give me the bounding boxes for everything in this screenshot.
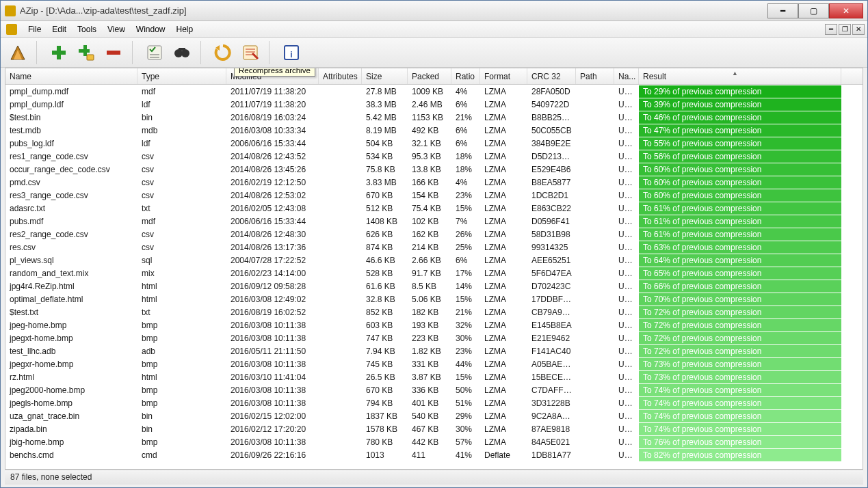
table-row[interactable]: pubs_log.ldfldf2006/06/16 15:33:44504 KB… [5, 137, 863, 150]
table-row[interactable]: jpegxr-home.bmpbmp2016/03/08 10:11:38745… [5, 357, 863, 370]
column-header-packed[interactable]: Packed [408, 68, 451, 84]
table-row[interactable]: jpegxt-home.bmpbmp2016/03/08 10:11:38747… [5, 331, 863, 344]
table-body[interactable]: pmpl_dump.mdfmdf2011/07/19 11:38:2027.8 … [5, 85, 863, 469]
titlebar[interactable]: AZip - [D:\Ada...\zip-ada\test\test_zadf… [1, 1, 867, 21]
table-row[interactable]: occur_range_dec_code.csvcsv2014/08/26 13… [5, 163, 863, 176]
cell-packed: 1009 KB [408, 85, 451, 98]
cell-result: To 46% of previous compression [639, 111, 841, 124]
table-row[interactable]: pmpl_dump.mdfmdf2011/07/19 11:38:2027.8 … [5, 85, 863, 98]
cell-packed: 102 KB [408, 215, 451, 228]
cell-result: To 72% of previous compression [639, 332, 841, 344]
add-folder-button[interactable] [75, 41, 98, 64]
menu-view[interactable]: View [102, 23, 131, 36]
cell-mod: 2016/02/19 12:12:50 [226, 176, 319, 189]
cell-packed: 2.66 KB [408, 254, 451, 267]
column-header-na[interactable]: Na... [614, 68, 639, 84]
about-button[interactable]: i [280, 41, 303, 64]
table-row[interactable]: test.mdbmdb2016/03/08 10:33:348.19 MB492… [5, 124, 863, 137]
table-row[interactable]: jpeg-home.bmpbmp2016/03/08 10:11:38603 K… [5, 318, 863, 331]
cell-ratio: 15% [451, 202, 480, 215]
test-button[interactable] [143, 41, 166, 64]
add-files-button[interactable] [47, 41, 70, 64]
properties-button[interactable] [239, 41, 262, 64]
recompress-button[interactable] [211, 41, 235, 64]
cell-crc: AEE65251 [527, 254, 576, 267]
table-row[interactable]: adasrc.txttxt2016/02/05 12:43:08512 KB75… [5, 202, 863, 215]
mdi-minimize-button[interactable]: ━ [825, 24, 837, 35]
cell-mod: 2016/08/19 16:03:24 [226, 111, 319, 124]
cell-result: To 60% of previous compression [639, 163, 841, 176]
cell-na: UT... [614, 384, 639, 396]
cell-packed: 331 KB [408, 358, 451, 370]
extract-button[interactable] [6, 41, 29, 64]
cell-path [576, 363, 614, 366]
cell-name: pmd.csv [5, 176, 137, 189]
column-header-result[interactable]: Result▲ [639, 68, 841, 84]
table-row[interactable]: jbig-home.bmpbmp2016/03/08 10:11:38780 K… [5, 435, 863, 448]
table-row[interactable]: rz.htmlhtml2016/03/10 11:41:0426.5 KB3.8… [5, 370, 863, 383]
cell-result: To 65% of previous compression [639, 267, 841, 280]
column-header-crc[interactable]: CRC 32 [527, 68, 576, 84]
table-row[interactable]: random_and_text.mixmix2016/02/23 14:14:0… [5, 267, 863, 280]
cell-path [576, 168, 614, 171]
cell-fmt: LZMA [480, 267, 527, 280]
cell-attr [319, 246, 362, 249]
table-row[interactable]: jpeg2000-home.bmpbmp2016/03/08 10:11:386… [5, 383, 863, 396]
cell-crc: 1DB81A77 [527, 449, 576, 461]
table-row[interactable]: pl_views.sqlsql2004/07/28 17:22:5246.6 K… [5, 254, 863, 267]
table-row[interactable]: res1_range_code.csvcsv2014/08/26 12:43:5… [5, 150, 863, 163]
table-row[interactable]: res3_range_code.csvcsv2014/08/26 12:53:0… [5, 189, 863, 202]
cell-size: 3.83 MB [362, 176, 408, 189]
find-button[interactable] [170, 41, 194, 64]
plus-folder-icon [77, 44, 95, 62]
cell-path [576, 285, 614, 288]
table-row[interactable]: $test.txttxt2016/08/19 16:02:52852 KB182… [5, 306, 863, 318]
table-row[interactable]: jpegls-home.bmpbmp2016/03/08 10:11:38794… [5, 396, 863, 409]
menu-window[interactable]: Window [131, 23, 171, 36]
table-row[interactable]: $test.binbin2016/08/19 16:03:245.42 MB11… [5, 111, 863, 124]
table-row[interactable]: res2_range_code.csvcsv2014/08/26 12:48:3… [5, 228, 863, 241]
menu-help[interactable]: Help [171, 23, 199, 36]
minimize-button[interactable]: ━ [767, 3, 798, 18]
table-row[interactable]: optimal_deflate.htmlhtml2016/03/08 12:49… [5, 293, 863, 306]
cell-fmt: LZMA [480, 293, 527, 306]
table-row[interactable]: pubs.mdfmdf2006/06/16 15:33:441408 KB102… [5, 215, 863, 228]
table-row[interactable]: pmpl_dump.ldfldf2011/07/19 11:38:2038.3 … [5, 98, 863, 111]
menu-file[interactable]: File [23, 23, 47, 36]
menu-tools[interactable]: Tools [72, 23, 102, 36]
cell-packed: 32.1 KB [408, 137, 451, 150]
column-header-name[interactable]: Name [5, 68, 137, 84]
table-row[interactable]: test_llhc.adbadb2016/05/11 21:11:507.94 … [5, 344, 863, 357]
table-row[interactable]: zipada.binbin2016/02/12 17:20:201578 KB4… [5, 422, 863, 435]
cell-path [576, 181, 614, 184]
maximize-button[interactable]: ▢ [798, 3, 829, 18]
column-header-size[interactable]: Size [362, 68, 408, 84]
cell-packed: 442 KB [408, 436, 451, 448]
column-header-format[interactable]: Format [480, 68, 527, 84]
menu-edit[interactable]: Edit [47, 23, 72, 36]
table-row[interactable]: res.csvcsv2014/08/26 13:17:36874 KB214 K… [5, 241, 863, 254]
cell-mod: 2016/03/08 10:11:38 [226, 358, 319, 370]
column-header-type[interactable]: Type [137, 68, 226, 84]
cell-size: 1837 KB [362, 410, 408, 422]
cell-mod: 2016/03/08 10:11:38 [226, 384, 319, 396]
cell-ratio: 29% [451, 410, 480, 422]
table-row[interactable]: uza_gnat_trace.binbin2016/02/15 12:02:00… [5, 409, 863, 422]
cell-crc: E145B8EA [527, 319, 576, 331]
table-row[interactable]: pmd.csvcsv2016/02/19 12:12:503.83 MB166 … [5, 176, 863, 189]
cell-path [576, 311, 614, 314]
column-header-attributes[interactable]: Attributes [319, 68, 362, 84]
cell-size: 32.8 KB [362, 293, 408, 306]
mdi-restore-button[interactable]: ❐ [839, 24, 851, 35]
table-row[interactable]: benchs.cmdcmd2016/09/26 22:16:1610134114… [5, 448, 863, 461]
table-row[interactable]: jpg4r4.ReZip.htmlhtml2016/09/12 09:58:28… [5, 280, 863, 293]
column-header-path[interactable]: Path [576, 68, 614, 84]
mdi-close-button[interactable]: ✕ [852, 24, 865, 35]
column-header-ratio[interactable]: Ratio [451, 68, 480, 84]
delete-button[interactable] [102, 41, 125, 64]
window-title: AZip - [D:\Ada...\zip-ada\test\test_zadf… [20, 5, 767, 16]
cell-attr [319, 181, 362, 184]
close-button[interactable]: ✕ [829, 3, 863, 18]
cell-na: UT... [614, 410, 639, 422]
cell-type: bin [137, 410, 226, 422]
